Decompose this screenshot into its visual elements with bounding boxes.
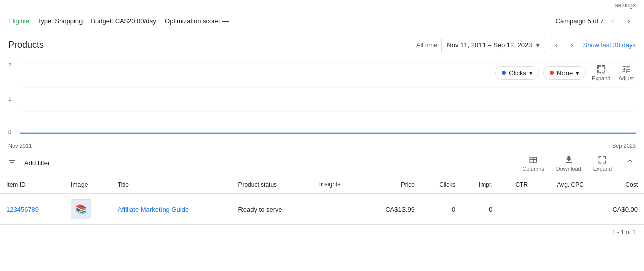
clicks-label: Clicks [509,69,526,77]
top-bar-left: Eligible Type: Shopping Budget: CA$20.00… [8,17,556,25]
cell-impr: 0 [461,194,498,225]
cell-product-status: Ready to serve [232,194,313,225]
type-tag: Type: Shopping [37,17,83,25]
prev-date-button[interactable]: ‹ [549,38,564,52]
filter-divider [620,157,620,169]
budget-tag: Budget: CA$20.00/day [91,17,156,25]
date-range-label: All time [416,41,438,49]
col-image: Image [65,175,112,194]
col-insights[interactable]: Insights [313,175,361,194]
products-header: Products All time Nov 11, 2011 – Sep 12,… [0,32,644,58]
cell-cost: CA$0.00 [590,194,644,225]
products-table: Item ID ↑ Image Title Product status Ins… [0,175,644,225]
none-dot-icon [550,71,554,75]
next-date-button[interactable]: › [565,38,579,52]
item-id-link[interactable]: 123456789 [6,206,39,213]
chart-area: 2 1 0 Nov 2011 Sep 2023 Clicks ▾ None ▾ [0,58,644,151]
cell-ctr: — [499,194,534,225]
settings-bar: settings [0,0,644,10]
col-avg-cpc: Avg. CPC [534,175,590,194]
col-cost: Cost [590,175,644,194]
col-clicks: Clicks [421,175,461,194]
x-label-start: Nov 2011 [8,143,32,149]
table-row: 123456789 📚 Affiliate Marketing Guide Re… [0,194,644,225]
sort-icon: ↑ [27,181,30,188]
pagination-label: 1 - 1 of 1 [612,229,636,236]
adjust-icon [621,64,631,74]
cell-image: 📚 [65,194,112,225]
eligible-tag: Eligible [8,17,29,25]
none-label: None [557,69,573,77]
cell-insights [313,194,361,225]
top-bar: Eligible Type: Shopping Budget: CA$20.00… [0,10,644,32]
date-range-value: Nov 11, 2011 – Sep 12, 2023 [447,41,532,49]
prev-campaign-button[interactable]: ‹ [606,14,620,28]
date-nav: ‹ › [549,38,579,52]
x-label-end: Sep 2023 [612,143,636,149]
page-title: Products [8,40,416,50]
columns-button[interactable]: Columns [518,153,548,174]
col-price: Price [361,175,421,194]
chart-controls: Clicks ▾ None ▾ Expand Adjust [495,62,636,83]
none-dropdown[interactable]: None ▾ [543,66,586,80]
next-campaign-button[interactable]: › [622,14,636,28]
cell-item-id: 123456789 [0,194,65,225]
show-last-button[interactable]: Show last 30 days [583,41,636,49]
settings-label: settings [615,2,636,9]
optimization-tag: Optimization score: — [165,17,229,25]
product-image: 📚 [71,199,91,219]
date-chevron-icon: ▾ [536,40,540,50]
expand-chart-button[interactable]: Expand [590,62,612,83]
adjust-button[interactable]: Adjust [616,62,636,83]
col-title: Title [112,175,232,194]
table-header-row: Item ID ↑ Image Title Product status Ins… [0,175,644,194]
clicks-dropdown[interactable]: Clicks ▾ [495,66,539,80]
col-item-id[interactable]: Item ID ↑ [0,175,65,194]
cell-clicks: 0 [421,194,461,225]
table-container: Item ID ↑ Image Title Product status Ins… [0,175,644,240]
pagination: 1 - 1 of 1 [0,225,644,240]
collapse-button[interactable]: ⌃ [624,156,636,171]
filter-icon [8,158,16,168]
date-controls: All time Nov 11, 2011 – Sep 12, 2023 ▾ ‹… [416,37,636,53]
campaign-label: Campaign 5 of 7 [556,17,604,25]
filter-bar: Add filter Columns Download Expand ⌃ [0,151,644,175]
expand-chart-icon [596,64,606,74]
cell-title: Affiliate Marketing Guide [112,194,232,225]
none-chevron-icon: ▾ [576,69,579,77]
download-button[interactable]: Download [552,153,585,174]
date-picker[interactable]: Nov 11, 2011 – Sep 12, 2023 ▾ [441,37,545,53]
chart-x-labels: Nov 2011 Sep 2023 [0,141,644,151]
campaign-nav: Campaign 5 of 7 ‹ › [556,14,636,28]
expand-table-button[interactable]: Expand [589,153,616,174]
add-filter-button[interactable]: Add filter [20,157,54,169]
cell-avg-cpc: — [534,194,590,225]
col-impr: Impr. [461,175,498,194]
cell-price: CA$13.99 [361,194,421,225]
filter-bar-right: Columns Download Expand ⌃ [518,153,636,174]
col-ctr: CTR [499,175,534,194]
clicks-chevron-icon: ▾ [529,69,533,77]
clicks-dot-icon [502,71,506,75]
product-title-link[interactable]: Affiliate Marketing Guide [118,206,189,213]
col-product-status: Product status [232,175,313,194]
